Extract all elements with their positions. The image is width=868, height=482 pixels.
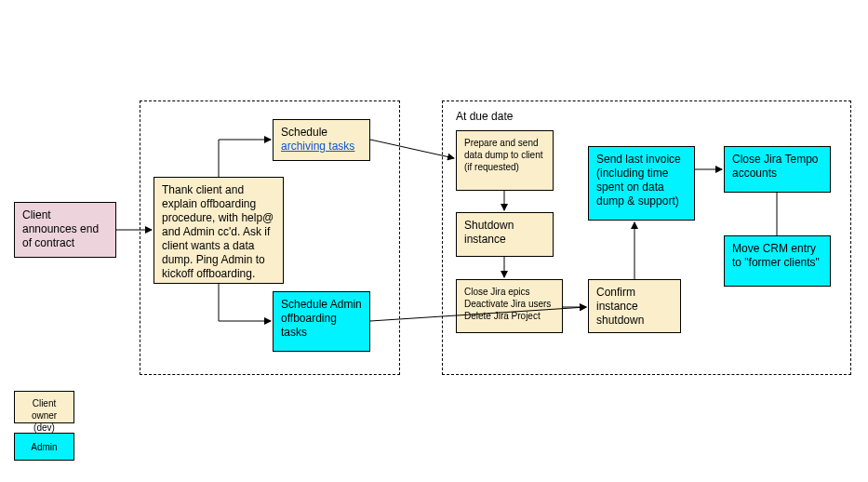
legend-admin: Admin — [14, 433, 74, 461]
node-shutdown-instance: Shutdown instance — [456, 212, 554, 257]
node-move-crm: Move CRM entry to "former clients" — [724, 235, 831, 287]
node-prepare-dump: Prepare and send data dump to client (if… — [456, 130, 554, 191]
schedule-archiving-prefix: Schedule — [281, 126, 327, 139]
node-close-tempo: Close Jira Tempo accounts — [724, 146, 831, 193]
node-thank-client: Thank client and explain offboarding pro… — [154, 177, 284, 284]
node-schedule-admin: Schedule Admin offboarding tasks — [273, 291, 370, 352]
flowchart-canvas: Client announces end of contract Thank c… — [0, 0, 868, 482]
node-close-jira: Close Jira epics Deactivate Jira users D… — [456, 279, 563, 333]
legend-client-owner: Client owner (dev) — [14, 391, 74, 423]
node-send-invoice: Send last invoice (including time spent … — [588, 146, 695, 221]
node-client-announce: Client announces end of contract — [14, 202, 116, 258]
node-schedule-archiving: Schedule archiving tasks — [273, 119, 370, 161]
node-confirm-shutdown: Confirm instance shutdown — [588, 279, 681, 333]
group-title-due-date: At due date — [456, 110, 513, 123]
archiving-tasks-link[interactable]: archiving tasks — [281, 140, 354, 153]
